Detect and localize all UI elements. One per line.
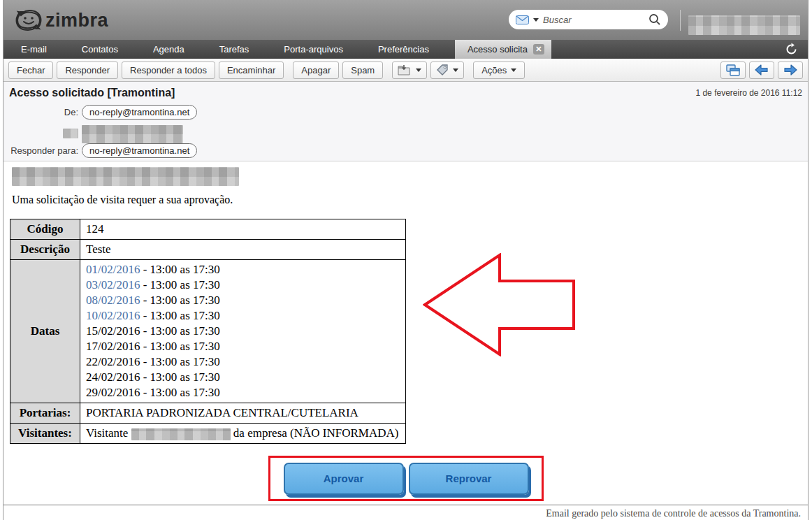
message-date: 1 de fevereiro de 2016 11:12 — [695, 88, 802, 98]
from-label: De: — [3, 107, 82, 117]
redacted-greeting-line — [12, 167, 239, 186]
dates-value: 01/02/2016 - 13:00 as 17:30 03/02/2016 -… — [80, 260, 406, 403]
folder-move-icon — [398, 64, 412, 76]
code-value: 124 — [80, 219, 406, 240]
code-header: Código — [10, 219, 80, 240]
date-entry: 03/02/2016 - 13:00 as 17:30 — [86, 277, 400, 293]
message-header: Acesso solicitado [Tramontina] 1 de feve… — [3, 82, 808, 161]
date-entry: 08/02/2016 - 13:00 as 17:30 — [86, 293, 400, 308]
tab-tarefas[interactable]: Tarefas — [202, 40, 267, 59]
message-toolbar: Fechar Responder Responder a todos Encam… — [3, 59, 808, 82]
table-row: Código 124 — [10, 219, 406, 240]
red-arrow-annotation — [423, 253, 576, 359]
forward-button[interactable]: Encaminhar — [219, 62, 284, 79]
visitors-value: Visitante da empresa (NÃO INFORMADA) — [80, 424, 406, 444]
table-row: Descrição Teste — [10, 240, 406, 260]
intro-text: Uma solicitação de visita requer a sua a… — [12, 194, 233, 206]
mail-search-scope-icon[interactable] — [516, 15, 529, 24]
move-to-folder-button[interactable] — [392, 62, 427, 79]
approve-button[interactable]: Aprovar — [284, 463, 404, 495]
redacted-recipient-name — [82, 125, 183, 143]
actions-button[interactable]: Ações — [473, 62, 525, 79]
refresh-icon[interactable] — [785, 43, 798, 58]
reply-to-address-bubble[interactable]: no-reply@tramontina.net — [82, 143, 197, 158]
reply-to-label: Responder para: — [3, 145, 82, 156]
description-value: Teste — [80, 240, 406, 260]
zimbra-wordmark: zimbra — [45, 10, 108, 31]
from-address-bubble[interactable]: no-reply@tramontina.net — [82, 105, 197, 120]
close-tab-icon[interactable]: ✕ — [533, 44, 544, 55]
message-subject: Acesso solicitado [Tramontina] — [9, 87, 175, 99]
table-row: Portarias: PORTARIA PADRONIZADA CENTRAL/… — [10, 403, 406, 424]
tab-acesso-solicita-label: Acesso solicita — [467, 44, 528, 55]
search-input[interactable] — [543, 15, 644, 25]
close-button[interactable]: Fechar — [8, 62, 53, 79]
move-dropdown-icon — [416, 68, 421, 72]
table-row: Datas 01/02/2016 - 13:00 as 17:30 03/02/… — [10, 260, 406, 403]
redacted-to-label — [3, 129, 82, 140]
reply-all-button[interactable]: Responder a todos — [122, 62, 215, 79]
actions-label: Ações — [481, 65, 507, 75]
spam-button[interactable]: Spam — [342, 62, 383, 79]
footer-divider — [3, 505, 808, 505]
detach-window-icon — [726, 64, 740, 76]
redacted-visitor-name — [131, 428, 231, 440]
search-icon[interactable] — [648, 13, 661, 26]
tab-acesso-solicita[interactable]: Acesso solicita ✕ — [455, 40, 551, 59]
arrow-left-icon — [755, 64, 769, 75]
date-entry: 24/02/2016 - 13:00 as 17:30 — [86, 370, 400, 385]
top-brand-bar: zimbra — [3, 0, 808, 40]
message-body: Uma solicitação de visita requer a sua a… — [3, 162, 808, 520]
gates-header: Portarias: — [10, 403, 80, 424]
redacted-user-name — [688, 15, 800, 35]
topbar-divider — [680, 10, 681, 31]
tag-icon — [436, 64, 449, 76]
date-entry: 10/02/2016 - 13:00 as 17:30 — [86, 308, 400, 324]
zimbra-logo: zimbra — [15, 8, 108, 32]
tab-agenda[interactable]: Agenda — [136, 40, 202, 59]
date-entry: 01/02/2016 - 13:00 as 17:30 — [86, 262, 400, 277]
detach-button[interactable] — [720, 62, 746, 79]
zimbra-logo-icon — [15, 8, 43, 32]
next-message-button[interactable] — [778, 62, 803, 79]
visit-request-table: Código 124 Descrição Teste Datas 01/02/2… — [10, 219, 406, 444]
gates-value: PORTARIA PADRONIZADA CENTRAL/CUTELARIA — [80, 403, 406, 424]
date-entry: 17/02/2016 - 13:00 as 17:30 — [86, 339, 400, 354]
search-box[interactable] — [509, 10, 668, 29]
dates-header: Datas — [10, 260, 80, 403]
date-entry: 15/02/2016 - 13:00 as 17:30 — [86, 324, 400, 339]
reply-button[interactable]: Responder — [57, 62, 118, 79]
red-highlight-box: Aprovar Reprovar — [268, 456, 544, 501]
visitors-header: Visitantes: — [10, 424, 80, 444]
search-scope-dropdown-icon[interactable] — [533, 18, 539, 22]
tab-contatos[interactable]: Contatos — [64, 40, 136, 59]
delete-button[interactable]: Apagar — [293, 62, 339, 79]
actions-dropdown-icon — [511, 68, 516, 72]
redacted-label-blur — [63, 129, 78, 138]
arrow-right-icon — [783, 64, 797, 75]
date-entry: 22/02/2016 - 13:00 as 17:30 — [86, 354, 400, 370]
tab-preferencias[interactable]: Preferências — [361, 40, 447, 59]
tag-button[interactable] — [430, 62, 464, 79]
app-window: zimbra E-mail Contatos Agenda Tarefas Po… — [3, 0, 809, 520]
tag-dropdown-icon — [453, 68, 458, 72]
description-header: Descrição — [10, 240, 80, 260]
reject-button[interactable]: Reprovar — [409, 463, 529, 495]
app-tab-bar: E-mail Contatos Agenda Tarefas Porta-arq… — [3, 40, 808, 59]
previous-message-button[interactable] — [749, 62, 774, 79]
table-row: Visitantes: Visitante da empresa (NÃO IN… — [10, 424, 406, 444]
tab-porta-arquivos[interactable]: Porta-arquivos — [266, 40, 361, 59]
footer-text: Email gerado pelo sistema de controle de… — [546, 508, 801, 519]
tab-email[interactable]: E-mail — [3, 40, 64, 59]
date-entry: 29/02/2016 - 13:00 as 17:30 — [86, 385, 400, 400]
